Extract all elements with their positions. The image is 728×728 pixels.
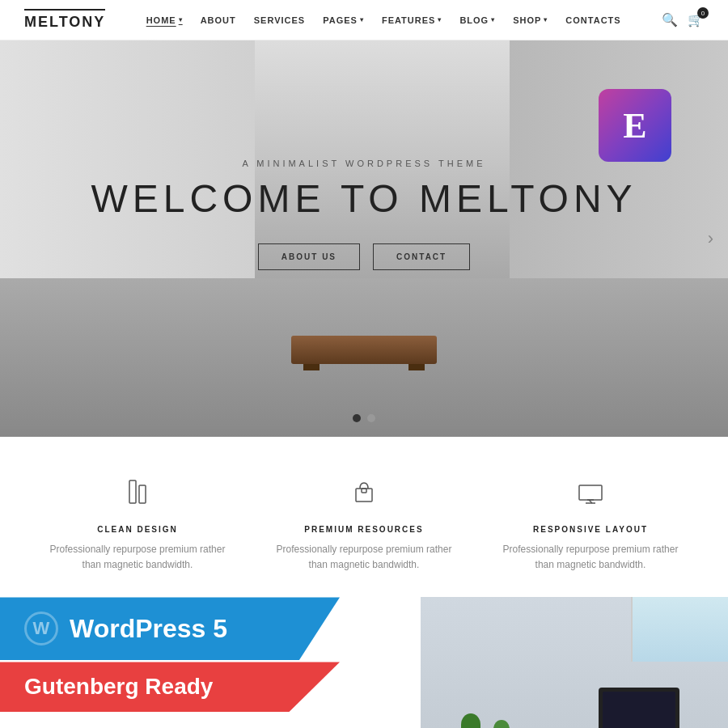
bottom-section: W WordPress 5 Gutenberg Ready Competentl… xyxy=(0,597,728,728)
contact-button[interactable]: CONTACT xyxy=(373,243,470,270)
nav-shop[interactable]: SHOP ▾ xyxy=(513,15,548,25)
bottom-text: Competently optimize your oriented solut… xyxy=(0,722,340,728)
slider-dots xyxy=(353,414,375,422)
plant-left xyxy=(461,712,480,728)
feature-responsive-desc: Professionally repurpose premium rather … xyxy=(493,542,688,573)
desk-scene xyxy=(421,597,728,728)
nav-blog[interactable]: BLOG ▾ xyxy=(459,15,495,25)
premium-resources-icon xyxy=(349,477,379,514)
header-icons: 🔍 🛒 0 xyxy=(662,12,704,28)
feature-clean-design-title: CLEAN DESIGN xyxy=(97,525,178,534)
main-nav: HOME ▾ ABOUT SERVICES PAGES ▾ FEATURES ▾… xyxy=(146,15,621,25)
feature-responsive-title: RESPONSIVE LAYOUT xyxy=(533,525,648,534)
wordpress-banner: W WordPress 5 Gutenberg Ready xyxy=(0,597,340,712)
features-section: CLEAN DESIGN Professionally repurpose pr… xyxy=(0,437,728,597)
hero-section: E A MINIMALIST WORDPRESS THEME WELCOME T… xyxy=(0,40,728,437)
feature-clean-design-desc: Professionally repurpose premium rather … xyxy=(40,542,235,573)
feature-premium-resources: PREMIUM RESOURCES Professionally repurpo… xyxy=(251,477,477,573)
nav-features[interactable]: FEATURES ▾ xyxy=(382,15,442,25)
hero-content: A MINIMALIST WORDPRESS THEME WELCOME TO … xyxy=(0,40,728,437)
svg-rect-0 xyxy=(129,480,136,503)
nav-shop-arrow: ▾ xyxy=(544,16,548,23)
slider-next-arrow[interactable]: › xyxy=(708,228,713,249)
slider-dot-2[interactable] xyxy=(367,414,375,422)
nav-pages-arrow: ▾ xyxy=(360,16,364,23)
about-us-button[interactable]: ABOUT US xyxy=(258,243,360,270)
svg-rect-3 xyxy=(362,489,366,493)
svg-rect-1 xyxy=(139,485,146,503)
feature-clean-design: CLEAN DESIGN Professionally repurpose pr… xyxy=(24,477,251,573)
search-icon[interactable]: 🔍 xyxy=(662,12,678,28)
site-header: MELTONY HOME ▾ ABOUT SERVICES PAGES ▾ FE… xyxy=(0,0,728,40)
laptop xyxy=(599,688,679,728)
wp-logo: W xyxy=(24,612,58,645)
svg-rect-2 xyxy=(356,489,372,502)
wp5-label: WordPress 5 xyxy=(70,614,227,644)
nav-contacts[interactable]: CONTACTS xyxy=(565,15,620,25)
nav-features-arrow: ▾ xyxy=(438,16,442,23)
gutenberg-label: Gutenberg Ready xyxy=(24,674,213,699)
nav-blog-arrow: ▾ xyxy=(491,16,495,23)
nav-home[interactable]: HOME ▾ xyxy=(146,15,183,25)
clean-design-icon xyxy=(123,477,152,514)
slider-dot-1[interactable] xyxy=(353,414,361,422)
nav-home-arrow: ▾ xyxy=(179,16,183,23)
gutenberg-banner: Gutenberg Ready xyxy=(0,662,340,712)
plant-right xyxy=(493,718,510,728)
hero-buttons: ABOUT US CONTACT xyxy=(258,243,470,270)
bottom-image xyxy=(421,597,728,728)
svg-rect-4 xyxy=(579,485,602,500)
laptop-screen xyxy=(603,692,675,728)
feature-premium-desc: Professionally repurpose premium rather … xyxy=(267,542,461,573)
hero-subtitle: A MINIMALIST WORDPRESS THEME xyxy=(242,159,485,168)
nav-services[interactable]: SERVICES xyxy=(254,15,305,25)
feature-responsive-layout: RESPONSIVE LAYOUT Professionally repurpo… xyxy=(477,477,704,573)
cart-badge: 0 xyxy=(697,7,709,19)
feature-premium-title: PREMIUM RESOURCES xyxy=(304,525,423,534)
hero-title: WELCOME TO MELTONY xyxy=(91,178,637,221)
nav-pages[interactable]: PAGES ▾ xyxy=(323,15,364,25)
responsive-layout-icon xyxy=(576,477,605,514)
nav-about[interactable]: ABOUT xyxy=(201,15,236,25)
cart-icon[interactable]: 🛒 0 xyxy=(688,12,704,28)
site-logo[interactable]: MELTONY xyxy=(24,9,105,31)
wp5-banner: W WordPress 5 xyxy=(0,597,340,660)
